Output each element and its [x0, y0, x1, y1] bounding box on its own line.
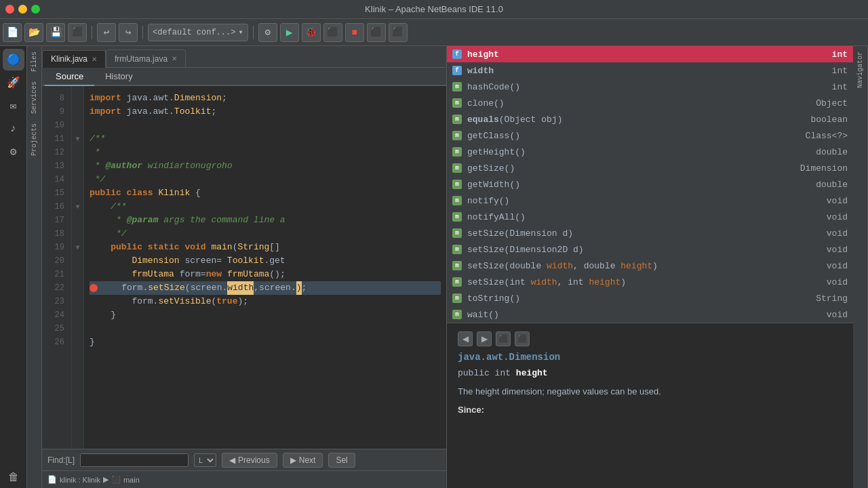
toolbar-btn-undo[interactable]: ↩ [97, 23, 116, 42]
tab-frmutama-java-close[interactable]: ✕ [172, 55, 177, 62]
fold-icon-19[interactable]: ▼ [75, 244, 79, 251]
toolbar-btn-run[interactable]: ▶ [280, 23, 299, 42]
tab-klinik-java[interactable]: Klinik.java ✕ [42, 50, 106, 68]
autocomplete-list[interactable]: f height int f width int m hashCode() in… [447, 46, 853, 323]
files-panel-label[interactable]: Files [31, 49, 38, 75]
ac-icon-method-tostring: m [452, 293, 462, 303]
line-num-18: 18 [45, 227, 68, 241]
code-line-15: public class Klinik { [90, 186, 441, 200]
sidebar-icon-trash[interactable]: 🗑 [3, 466, 24, 488]
find-mode-select[interactable]: L [194, 453, 216, 467]
ac-item-getclass[interactable]: m getClass() Class<?> [447, 127, 853, 144]
toolbar-btn-new[interactable]: 📄 [3, 23, 22, 42]
breadcrumb: 📄 klinik : Klinik ▶ ⬛ main [47, 475, 140, 484]
javadoc-back-button[interactable]: ◀ [458, 331, 473, 346]
ac-type-setsize-3: void [827, 261, 848, 271]
toolbar-btn-profile[interactable]: ⬛ [323, 23, 342, 42]
chevron-down-icon: ▾ [238, 27, 243, 37]
ac-item-width[interactable]: f width int [447, 62, 853, 79]
ac-item-notifyall[interactable]: m notifyAll() void [447, 209, 853, 225]
toolbar-btn-save[interactable]: 💾 [46, 23, 65, 42]
ac-item-wait[interactable]: m wait() void [447, 306, 853, 323]
toolbar-btn-save-all[interactable]: ⬛ [68, 23, 87, 42]
ac-type-tostring: String [816, 293, 848, 304]
ac-item-getheight[interactable]: m getHeight() double [447, 144, 853, 160]
sidebar-icon-finder[interactable]: 🔵 [3, 49, 24, 70]
line-num-26: 26 [45, 336, 68, 349]
toolbar-btn-redo[interactable]: ↪ [119, 23, 138, 42]
javadoc-panel: ◀ ▶ ⬛ ⬛ java.awt.Dimension public int pu… [447, 323, 853, 488]
ac-icon-method-setsize-2: m [452, 245, 462, 254]
prev-button[interactable]: ◀ Previous [222, 453, 277, 468]
code-line-16: /** [90, 200, 441, 214]
services-panel-label[interactable]: Services [31, 79, 38, 117]
javadoc-forward-button[interactable]: ▶ [477, 331, 492, 346]
breadcrumb-method-icon: ⬛ [111, 475, 121, 484]
fold-icon-11[interactable]: ▼ [75, 136, 79, 143]
ac-item-equals[interactable]: m equals(Object obj) boolean [447, 111, 853, 127]
ac-item-getwidth[interactable]: m getWidth() double [447, 176, 853, 192]
ac-type-notify: void [827, 196, 848, 206]
code-line-25 [90, 322, 441, 336]
fold-icon-16[interactable]: ▼ [75, 203, 79, 211]
close-button[interactable] [5, 5, 14, 14]
tab-source[interactable]: Source [45, 68, 94, 86]
ac-item-setsize-1[interactable]: m setSize(Dimension d) void [447, 225, 853, 241]
toolbar-btn-test[interactable]: ⬛ [389, 23, 408, 42]
find-input[interactable] [80, 453, 189, 467]
javadoc-home-button[interactable]: ⬛ [496, 331, 511, 346]
ac-item-height[interactable]: f height int [447, 46, 853, 62]
toolbar-btn-stop[interactable]: ■ [345, 23, 364, 42]
ac-item-setsize-4[interactable]: m setSize(int width, int height) void [447, 274, 853, 290]
sidebar-icon-launch[interactable]: 🚀 [3, 72, 24, 94]
ac-item-notify[interactable]: m notify() void [447, 192, 853, 209]
ac-item-getsize[interactable]: m getSize() Dimension [447, 160, 853, 176]
projects-panel-label[interactable]: Projects [31, 121, 38, 159]
javadoc-external-button[interactable]: ⬛ [515, 331, 530, 346]
ac-type-notifyall: void [827, 212, 848, 222]
ac-item-tostring[interactable]: m toString() String [447, 290, 853, 306]
javadoc-class: java.awt.Dimension [458, 352, 842, 363]
toolbar-sep-2 [142, 26, 143, 39]
toolbar-btn-open[interactable]: 📂 [24, 23, 43, 42]
toolbar-btn-debug[interactable]: 🐞 [302, 23, 321, 42]
config-dropdown-label: <default conf...> [153, 28, 235, 37]
maximize-button[interactable] [31, 5, 40, 14]
ac-name-notifyall: notifyAll() [467, 212, 821, 222]
code-editor[interactable]: 8 9 10 11 12 13 14 15 16 17 18 19 20 21 … [42, 86, 446, 449]
line-num-17: 17 [45, 214, 68, 227]
toolbar-btn-clean[interactable]: ⬛ [367, 23, 386, 42]
ac-item-setsize-3[interactable]: m setSize(double width, double height) v… [447, 258, 853, 274]
sidebar-icon-mail[interactable]: ✉ [3, 95, 24, 117]
sidebar-icon-prefs[interactable]: ⚙ [3, 141, 24, 163]
tab-frmutama-java[interactable]: frmUtama.java ✕ [106, 49, 186, 67]
ac-type-height: int [832, 49, 848, 60]
tab-klinik-java-close[interactable]: ✕ [92, 56, 97, 63]
line-num-25: 25 [45, 322, 68, 336]
navigator-panel-label[interactable]: Navigator [856, 49, 864, 91]
code-line-21: frmUtama form=new frmUtama(); [90, 268, 441, 281]
config-dropdown[interactable]: <default conf...> ▾ [148, 24, 248, 41]
ac-item-clone[interactable]: m clone() Object [447, 95, 853, 111]
minimize-button[interactable] [18, 5, 27, 14]
ac-item-setsize-2[interactable]: m setSize(Dimension2D d) void [447, 241, 853, 258]
code-content[interactable]: import java.awt.Dimension; import java.a… [84, 86, 446, 449]
line-num-14: 14 [45, 173, 68, 186]
ac-icon-method-hashcode: m [452, 82, 462, 92]
ac-name-setsize-1: setSize(Dimension d) [467, 228, 821, 239]
sidebar-icon-music[interactable]: ♪ [3, 118, 24, 140]
select-button[interactable]: Sel [328, 453, 355, 468]
line-num-12: 12 [45, 146, 68, 159]
code-line-17: * @param args the command line a [90, 214, 441, 227]
ac-type-setsize-2: void [827, 245, 848, 255]
toolbar-sep-1 [92, 26, 92, 39]
mac-sidebar: 🔵 🚀 ✉ ♪ ⚙ 🗑 [0, 46, 27, 488]
tab-history[interactable]: History [94, 68, 143, 85]
next-button[interactable]: ▶ Next [283, 453, 323, 468]
ac-item-hashcode[interactable]: m hashCode() int [447, 79, 853, 95]
line-num-10: 10 [45, 119, 68, 132]
ac-icon-method-notify: m [452, 196, 462, 205]
toolbar-btn-run-config[interactable]: ⚙ [258, 23, 277, 42]
right-panel: f height int f width int m hashCode() in… [446, 46, 853, 488]
left-side-panel: Files Services Projects [27, 46, 42, 488]
